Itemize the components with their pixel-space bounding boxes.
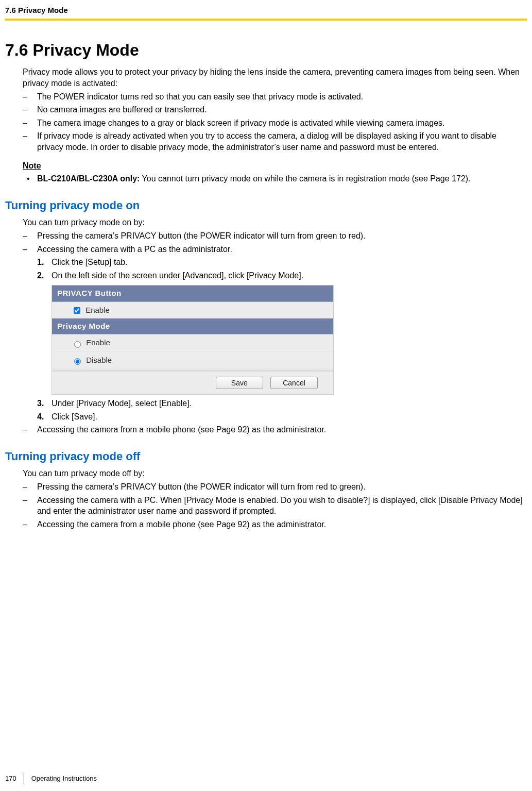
privacy-mode-disable-text: Disable bbox=[86, 356, 112, 364]
off-block: You can turn privacy mode off by: Pressi… bbox=[23, 468, 524, 530]
privacy-settings-screenshot: PRIVACY Button Enable Privacy Mode Ena bbox=[52, 285, 334, 395]
list-item: Accessing the camera from a mobile phone… bbox=[23, 424, 524, 435]
note-strong: BL-C210A/BL-C230A only: bbox=[37, 174, 140, 183]
on-steps-cont: Under [Privacy Mode], select [Enable]. C… bbox=[37, 398, 524, 422]
button-bar: Save Cancel bbox=[52, 371, 333, 394]
note-list: BL-C210A/BL-C230A only: You cannot turn … bbox=[23, 173, 524, 184]
intro-bullets: The POWER indicator turns red so that yo… bbox=[23, 91, 524, 153]
subhead-off: Turning privacy mode off bbox=[5, 449, 527, 464]
list-item: No camera images are buffered or transfe… bbox=[23, 104, 524, 115]
panel-header-privacy-mode: Privacy Mode bbox=[52, 318, 333, 334]
note-heading: Note bbox=[23, 160, 524, 172]
page: 7.6 Privacy Mode 7.6 Privacy Mode Privac… bbox=[0, 0, 532, 791]
privacy-button-enable-checkbox[interactable] bbox=[74, 307, 80, 314]
footer-divider bbox=[24, 773, 24, 784]
privacy-mode-disable-radio[interactable] bbox=[74, 358, 81, 365]
running-head: 7.6 Privacy Mode bbox=[5, 4, 527, 19]
intro-text: Privacy mode allows you to protect your … bbox=[23, 66, 524, 89]
list-item: Accessing the camera from a mobile phone… bbox=[23, 519, 524, 530]
privacy-mode-enable-radio[interactable] bbox=[74, 341, 81, 348]
on-steps: Click the [Setup] tab. On the left side … bbox=[37, 257, 524, 281]
privacy-mode-disable-label: Disable bbox=[72, 356, 112, 364]
privacy-mode-disable-row: Disable bbox=[52, 351, 333, 368]
list-item: The POWER indicator turns red so that yo… bbox=[23, 91, 524, 103]
note-text: You cannot turn privacy mode on while th… bbox=[140, 174, 470, 183]
privacy-mode-enable-text: Enable bbox=[86, 338, 110, 347]
list-item: The camera image changes to a gray or bl… bbox=[23, 117, 524, 129]
list-item: Accessing the camera with a PC. When [Pr… bbox=[23, 495, 524, 517]
on-b2-text: Accessing the camera with a PC as the ad… bbox=[37, 245, 232, 254]
off-intro: You can turn privacy mode off by: bbox=[23, 468, 524, 479]
intro-block: Privacy mode allows you to protect your … bbox=[23, 66, 524, 184]
list-item: Pressing the camera’s PRIVACY button (th… bbox=[23, 230, 524, 242]
privacy-mode-enable-row: Enable bbox=[52, 334, 333, 351]
page-number: 170 bbox=[5, 774, 16, 783]
subhead-on: Turning privacy mode on bbox=[5, 198, 527, 213]
privacy-button-enable-label: Enable bbox=[72, 306, 110, 314]
page-footer: 170 Operating Instructions bbox=[5, 773, 97, 784]
list-item: Pressing the camera’s PRIVACY button (th… bbox=[23, 481, 524, 493]
on-intro: You can turn privacy mode on by: bbox=[23, 217, 524, 228]
privacy-button-enable-text: Enable bbox=[85, 306, 110, 314]
step-item: Under [Privacy Mode], select [Enable]. bbox=[37, 398, 524, 409]
note-item: BL-C210A/BL-C230A only: You cannot turn … bbox=[23, 173, 524, 184]
doc-title: Operating Instructions bbox=[31, 774, 97, 783]
step-item: On the left side of the screen under [Ad… bbox=[37, 270, 524, 281]
on-block: You can turn privacy mode on by: Pressin… bbox=[23, 217, 524, 435]
privacy-mode-enable-label: Enable bbox=[72, 338, 110, 347]
save-button[interactable]: Save bbox=[216, 377, 263, 389]
list-item: Accessing the camera with a PC as the ad… bbox=[23, 244, 524, 423]
privacy-button-enable-row: Enable bbox=[52, 302, 333, 319]
off-bullets: Pressing the camera’s PRIVACY button (th… bbox=[23, 481, 524, 530]
page-title: 7.6 Privacy Mode bbox=[5, 39, 527, 61]
step-item: Click the [Setup] tab. bbox=[37, 257, 524, 268]
step-item: Click [Save]. bbox=[37, 411, 524, 423]
header-rule bbox=[5, 19, 527, 21]
on-bullets: Pressing the camera’s PRIVACY button (th… bbox=[23, 230, 524, 435]
panel-header-privacy-button: PRIVACY Button bbox=[52, 285, 333, 301]
list-item: If privacy mode is already activated whe… bbox=[23, 130, 524, 153]
cancel-button[interactable]: Cancel bbox=[270, 377, 318, 389]
